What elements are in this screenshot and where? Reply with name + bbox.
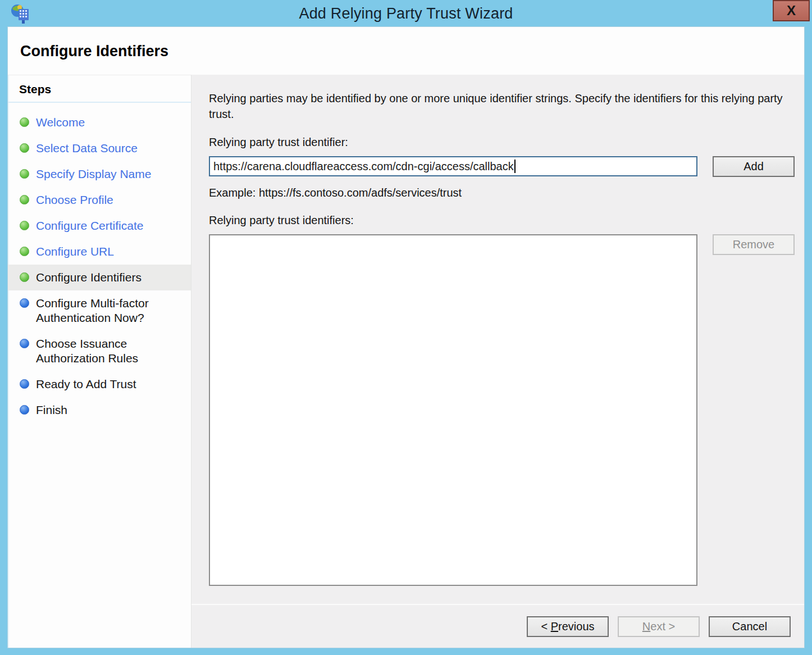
wizard-window: Configure Identifiers Steps Welcome Sele… — [8, 27, 804, 648]
example-text: Example: https://fs.contoso.com/adfs/ser… — [209, 187, 793, 199]
step-item-welcome[interactable]: Welcome — [8, 110, 191, 135]
identifier-input-value: https://carena.cloudflareaccess.com/cdn-… — [213, 160, 514, 173]
identifier-field-label: Relying party trust identifier: — [209, 136, 793, 149]
remove-button[interactable]: Remove — [713, 234, 795, 255]
step-status-dot-icon — [20, 298, 29, 308]
step-item-finish: Finish — [8, 397, 191, 423]
step-item-label: Specify Display Name — [36, 167, 151, 181]
step-item-select-data-source[interactable]: Select Data Source — [8, 135, 191, 161]
footer-button-bar: < Previous Next > Cancel — [191, 604, 804, 648]
steps-sidebar: Steps Welcome Select Data Source Specify… — [8, 75, 191, 648]
relying-party-identifier-input[interactable]: https://carena.cloudflareaccess.com/cdn-… — [209, 156, 697, 176]
step-item-configure-url[interactable]: Configure URL — [8, 239, 191, 265]
step-item-label: Finish — [36, 403, 67, 417]
title-bar: Add Relying Party Trust Wizard X — [0, 0, 812, 27]
step-item-ready-to-add-trust: Ready to Add Trust — [8, 371, 191, 397]
close-button[interactable]: X — [773, 0, 810, 21]
previous-button[interactable]: < Previous — [527, 616, 609, 637]
page-header: Configure Identifiers — [8, 27, 804, 75]
step-item-label: Configure URL — [36, 244, 114, 259]
step-item-label: Choose Profile — [36, 193, 113, 207]
step-status-dot-icon — [20, 143, 29, 153]
cancel-button[interactable]: Cancel — [709, 616, 791, 637]
adfs-app-icon — [9, 3, 31, 26]
step-item-configure-identifiers: Configure Identifiers — [8, 265, 191, 290]
step-status-dot-icon — [20, 195, 29, 204]
step-item-configure-multi-factor-authentication-now: Configure Multi-factor Authentication No… — [8, 290, 191, 331]
step-status-dot-icon — [20, 169, 29, 179]
step-item-label: Choose Issuance Authorization Rules — [36, 336, 183, 366]
steps-heading: Steps — [8, 75, 191, 103]
step-status-dot-icon — [20, 339, 29, 348]
step-item-configure-certificate[interactable]: Configure Certificate — [8, 213, 191, 239]
main-panel: Relying parties may be identified by one… — [191, 75, 804, 648]
add-button[interactable]: Add — [713, 156, 795, 177]
step-item-label: Configure Certificate — [36, 219, 143, 233]
step-item-label: Welcome — [36, 115, 85, 130]
step-item-specify-display-name[interactable]: Specify Display Name — [8, 161, 191, 187]
step-item-label: Select Data Source — [36, 141, 138, 156]
window-title: Add Relying Party Trust Wizard — [0, 5, 812, 22]
identifiers-listbox[interactable] — [209, 234, 697, 586]
step-status-dot-icon — [20, 247, 29, 256]
step-item-label: Configure Identifiers — [36, 270, 142, 285]
steps-list: Welcome Select Data Source Specify Displ… — [8, 103, 191, 423]
step-status-dot-icon — [20, 272, 29, 282]
description-text: Relying parties may be identified by one… — [209, 90, 787, 122]
identifiers-list-label: Relying party trust identifiers: — [209, 214, 793, 227]
page-title: Configure Identifiers — [20, 43, 804, 60]
step-status-dot-icon — [20, 405, 29, 415]
step-item-label: Ready to Add Trust — [36, 377, 136, 392]
step-status-dot-icon — [20, 379, 29, 389]
step-status-dot-icon — [20, 221, 29, 230]
next-button[interactable]: Next > — [618, 616, 700, 637]
step-item-choose-issuance-authorization-rules: Choose Issuance Authorization Rules — [8, 331, 191, 371]
step-status-dot-icon — [20, 117, 29, 127]
step-item-label: Configure Multi-factor Authentication No… — [36, 296, 183, 325]
text-caret — [514, 160, 516, 173]
step-item-choose-profile[interactable]: Choose Profile — [8, 187, 191, 213]
